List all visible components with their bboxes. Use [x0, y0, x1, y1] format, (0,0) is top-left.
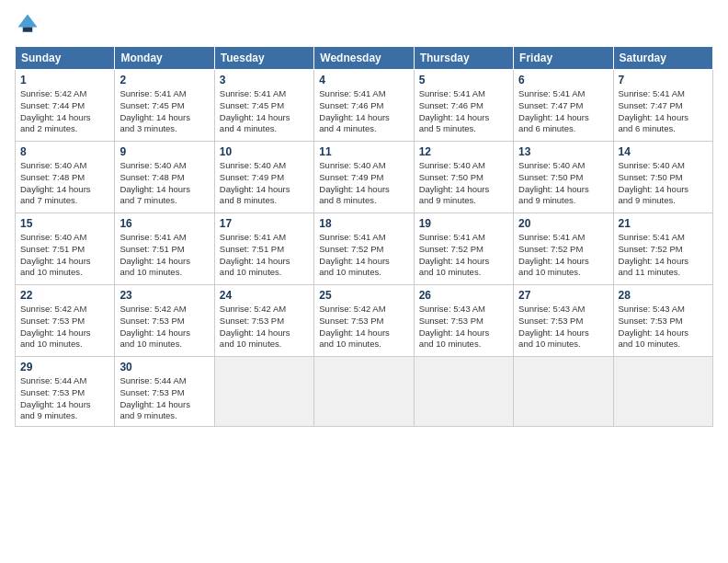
- day-info: Sunrise: 5:44 AMSunset: 7:53 PMDaylight:…: [20, 375, 109, 422]
- week-row-3: 15Sunrise: 5:40 AMSunset: 7:51 PMDayligh…: [16, 213, 713, 285]
- week-row-2: 8Sunrise: 5:40 AMSunset: 7:48 PMDaylight…: [16, 142, 713, 213]
- day-number: 12: [419, 145, 508, 158]
- day-number: 21: [619, 217, 708, 230]
- calendar-table: SundayMondayTuesdayWednesdayThursdayFrid…: [15, 46, 713, 427]
- day-number: 16: [119, 217, 209, 230]
- day-number: 8: [20, 145, 109, 158]
- day-info: Sunrise: 5:42 AMSunset: 7:53 PMDaylight:…: [319, 304, 408, 350]
- calendar-cell: [514, 357, 613, 427]
- calendar-cell: 16Sunrise: 5:41 AMSunset: 7:51 PMDayligh…: [115, 213, 214, 285]
- logo: [15, 15, 44, 37]
- day-info: Sunrise: 5:42 AMSunset: 7:53 PMDaylight:…: [20, 304, 109, 350]
- header: [15, 15, 713, 37]
- day-number: 9: [119, 145, 209, 158]
- page: SundayMondayTuesdayWednesdayThursdayFrid…: [0, 0, 728, 563]
- day-number: 5: [419, 74, 508, 86]
- day-number: 28: [619, 289, 708, 302]
- day-number: 23: [119, 289, 209, 302]
- calendar-cell: [613, 357, 712, 427]
- day-number: 13: [518, 145, 608, 158]
- day-number: 27: [518, 289, 608, 302]
- weekday-header-friday: Friday: [514, 47, 613, 70]
- day-number: 22: [20, 289, 109, 302]
- day-number: 10: [220, 145, 309, 158]
- calendar-cell: 19Sunrise: 5:41 AMSunset: 7:52 PMDayligh…: [414, 213, 513, 285]
- calendar-cell: 13Sunrise: 5:40 AMSunset: 7:50 PMDayligh…: [514, 142, 613, 213]
- calendar-cell: 1Sunrise: 5:42 AMSunset: 7:44 PMDaylight…: [16, 70, 115, 142]
- calendar-cell: 14Sunrise: 5:40 AMSunset: 7:50 PMDayligh…: [613, 142, 712, 213]
- day-info: Sunrise: 5:41 AMSunset: 7:52 PMDaylight:…: [319, 232, 408, 279]
- day-number: 17: [220, 217, 309, 230]
- day-info: Sunrise: 5:41 AMSunset: 7:45 PMDaylight:…: [119, 88, 209, 135]
- day-info: Sunrise: 5:42 AMSunset: 7:53 PMDaylight:…: [220, 304, 309, 350]
- calendar-cell: 22Sunrise: 5:42 AMSunset: 7:53 PMDayligh…: [16, 285, 115, 357]
- day-number: 15: [20, 217, 109, 230]
- calendar-cell: 4Sunrise: 5:41 AMSunset: 7:46 PMDaylight…: [314, 70, 414, 142]
- day-info: Sunrise: 5:40 AMSunset: 7:50 PMDaylight:…: [419, 160, 508, 207]
- day-info: Sunrise: 5:40 AMSunset: 7:50 PMDaylight:…: [619, 160, 708, 207]
- calendar-cell: 2Sunrise: 5:41 AMSunset: 7:45 PMDaylight…: [115, 70, 214, 142]
- day-info: Sunrise: 5:41 AMSunset: 7:47 PMDaylight:…: [619, 88, 708, 135]
- day-number: 6: [518, 74, 608, 86]
- day-info: Sunrise: 5:40 AMSunset: 7:49 PMDaylight:…: [220, 160, 309, 207]
- day-info: Sunrise: 5:43 AMSunset: 7:53 PMDaylight:…: [619, 304, 708, 350]
- calendar-cell: 5Sunrise: 5:41 AMSunset: 7:46 PMDaylight…: [414, 70, 513, 142]
- day-info: Sunrise: 5:40 AMSunset: 7:48 PMDaylight:…: [20, 160, 109, 207]
- week-row-1: 1Sunrise: 5:42 AMSunset: 7:44 PMDaylight…: [16, 70, 713, 142]
- day-number: 3: [220, 74, 309, 86]
- day-info: Sunrise: 5:43 AMSunset: 7:53 PMDaylight:…: [419, 304, 508, 350]
- day-info: Sunrise: 5:41 AMSunset: 7:47 PMDaylight:…: [518, 88, 608, 135]
- calendar-cell: 6Sunrise: 5:41 AMSunset: 7:47 PMDaylight…: [514, 70, 613, 142]
- day-number: 26: [419, 289, 508, 302]
- calendar-cell: 15Sunrise: 5:40 AMSunset: 7:51 PMDayligh…: [16, 213, 115, 285]
- day-info: Sunrise: 5:41 AMSunset: 7:52 PMDaylight:…: [619, 232, 708, 279]
- weekday-header-sunday: Sunday: [16, 47, 115, 70]
- calendar-cell: 24Sunrise: 5:42 AMSunset: 7:53 PMDayligh…: [214, 285, 313, 357]
- day-number: 2: [119, 74, 209, 86]
- calendar-cell: 12Sunrise: 5:40 AMSunset: 7:50 PMDayligh…: [414, 142, 513, 213]
- calendar-cell: 29Sunrise: 5:44 AMSunset: 7:53 PMDayligh…: [16, 357, 115, 427]
- calendar-cell: 3Sunrise: 5:41 AMSunset: 7:45 PMDaylight…: [214, 70, 313, 142]
- day-number: 19: [419, 217, 508, 230]
- day-info: Sunrise: 5:42 AMSunset: 7:44 PMDaylight:…: [20, 88, 109, 135]
- day-info: Sunrise: 5:41 AMSunset: 7:46 PMDaylight:…: [319, 88, 408, 135]
- calendar-cell: 18Sunrise: 5:41 AMSunset: 7:52 PMDayligh…: [314, 213, 414, 285]
- calendar-cell: 20Sunrise: 5:41 AMSunset: 7:52 PMDayligh…: [514, 213, 613, 285]
- day-info: Sunrise: 5:41 AMSunset: 7:52 PMDaylight:…: [419, 232, 508, 279]
- day-info: Sunrise: 5:43 AMSunset: 7:53 PMDaylight:…: [518, 304, 608, 350]
- calendar-cell: [414, 357, 513, 427]
- weekday-header-tuesday: Tuesday: [214, 47, 313, 70]
- day-number: 20: [518, 217, 608, 230]
- calendar-cell: 8Sunrise: 5:40 AMSunset: 7:48 PMDaylight…: [16, 142, 115, 213]
- weekday-header-saturday: Saturday: [613, 47, 712, 70]
- day-number: 24: [220, 289, 309, 302]
- day-info: Sunrise: 5:41 AMSunset: 7:45 PMDaylight:…: [220, 88, 309, 135]
- day-info: Sunrise: 5:40 AMSunset: 7:51 PMDaylight:…: [20, 232, 109, 279]
- calendar-cell: 7Sunrise: 5:41 AMSunset: 7:47 PMDaylight…: [613, 70, 712, 142]
- week-row-4: 22Sunrise: 5:42 AMSunset: 7:53 PMDayligh…: [16, 285, 713, 357]
- day-info: Sunrise: 5:41 AMSunset: 7:51 PMDaylight:…: [220, 232, 309, 279]
- day-info: Sunrise: 5:41 AMSunset: 7:46 PMDaylight:…: [419, 88, 508, 135]
- day-number: 4: [319, 74, 408, 86]
- calendar-cell: [314, 357, 414, 427]
- calendar-cell: 28Sunrise: 5:43 AMSunset: 7:53 PMDayligh…: [613, 285, 712, 357]
- calendar-cell: 11Sunrise: 5:40 AMSunset: 7:49 PMDayligh…: [314, 142, 414, 213]
- week-row-5: 29Sunrise: 5:44 AMSunset: 7:53 PMDayligh…: [16, 357, 713, 427]
- logo-icon: [15, 11, 40, 37]
- calendar-cell: 30Sunrise: 5:44 AMSunset: 7:53 PMDayligh…: [115, 357, 214, 427]
- calendar-cell: 17Sunrise: 5:41 AMSunset: 7:51 PMDayligh…: [214, 213, 313, 285]
- weekday-header-thursday: Thursday: [414, 47, 513, 70]
- day-info: Sunrise: 5:40 AMSunset: 7:48 PMDaylight:…: [119, 160, 209, 207]
- day-number: 25: [319, 289, 408, 302]
- calendar-cell: 26Sunrise: 5:43 AMSunset: 7:53 PMDayligh…: [414, 285, 513, 357]
- weekday-header-row: SundayMondayTuesdayWednesdayThursdayFrid…: [16, 47, 713, 70]
- svg-marker-0: [18, 15, 38, 28]
- calendar-cell: 27Sunrise: 5:43 AMSunset: 7:53 PMDayligh…: [514, 285, 613, 357]
- day-number: 11: [319, 145, 408, 158]
- calendar-cell: 21Sunrise: 5:41 AMSunset: 7:52 PMDayligh…: [613, 213, 712, 285]
- day-info: Sunrise: 5:44 AMSunset: 7:53 PMDaylight:…: [119, 375, 209, 422]
- day-info: Sunrise: 5:41 AMSunset: 7:52 PMDaylight:…: [518, 232, 608, 279]
- calendar-cell: 25Sunrise: 5:42 AMSunset: 7:53 PMDayligh…: [314, 285, 414, 357]
- weekday-header-wednesday: Wednesday: [314, 47, 414, 70]
- calendar-cell: [214, 357, 313, 427]
